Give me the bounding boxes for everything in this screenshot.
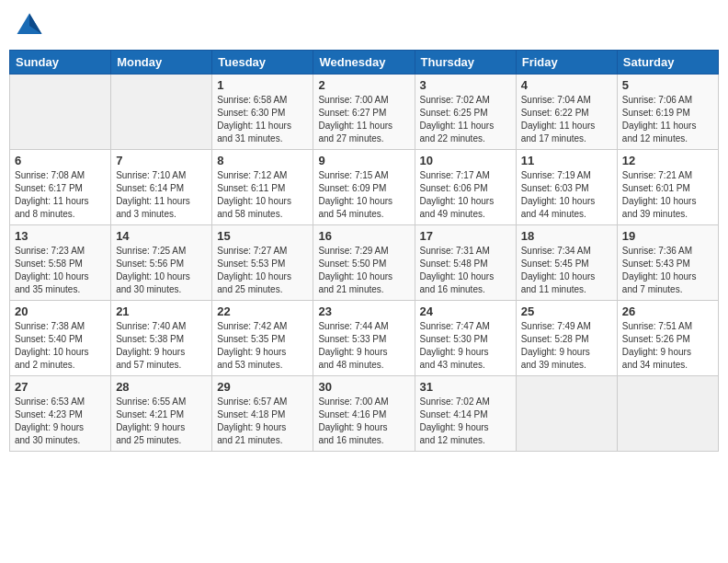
calendar-day-cell: 19Sunrise: 7:36 AM Sunset: 5:43 PM Dayli… [617,225,718,301]
day-info: Sunrise: 7:10 AM Sunset: 6:14 PM Dayligh… [116,169,207,221]
calendar-day-cell: 20Sunrise: 7:38 AM Sunset: 5:40 PM Dayli… [10,301,111,376]
day-info: Sunrise: 7:36 AM Sunset: 5:43 PM Dayligh… [622,245,713,296]
calendar-day-cell: 21Sunrise: 7:40 AM Sunset: 5:38 PM Dayli… [111,301,212,376]
calendar-day-cell: 24Sunrise: 7:47 AM Sunset: 5:30 PM Dayli… [415,301,516,376]
calendar-week-row: 20Sunrise: 7:38 AM Sunset: 5:40 PM Dayli… [10,301,719,376]
day-info: Sunrise: 7:04 AM Sunset: 6:22 PM Dayligh… [521,94,612,145]
calendar-day-cell [10,75,111,150]
calendar-day-cell: 22Sunrise: 7:42 AM Sunset: 5:35 PM Dayli… [212,301,313,376]
day-number: 18 [521,229,612,243]
day-number: 2 [318,78,409,92]
calendar-day-cell: 14Sunrise: 7:25 AM Sunset: 5:56 PM Dayli… [111,225,212,301]
calendar-week-row: 13Sunrise: 7:23 AM Sunset: 5:58 PM Dayli… [10,225,719,301]
day-info: Sunrise: 7:31 AM Sunset: 5:48 PM Dayligh… [420,245,511,296]
day-number: 29 [217,380,308,394]
day-number: 23 [318,304,409,318]
day-number: 5 [622,78,713,92]
calendar-day-cell: 12Sunrise: 7:21 AM Sunset: 6:01 PM Dayli… [617,150,718,225]
day-number: 4 [521,78,612,92]
calendar-day-cell: 15Sunrise: 7:27 AM Sunset: 5:53 PM Dayli… [212,225,313,301]
calendar-day-cell: 18Sunrise: 7:34 AM Sunset: 5:45 PM Dayli… [516,225,617,301]
calendar-day-cell: 28Sunrise: 6:55 AM Sunset: 4:21 PM Dayli… [111,376,212,452]
day-number: 26 [622,304,713,318]
calendar-day-cell: 9Sunrise: 7:15 AM Sunset: 6:09 PM Daylig… [313,150,415,225]
day-info: Sunrise: 7:25 AM Sunset: 5:56 PM Dayligh… [116,245,207,296]
calendar-day-cell: 27Sunrise: 6:53 AM Sunset: 4:23 PM Dayli… [10,376,111,452]
logo-icon [13,9,46,42]
day-of-week-header: Wednesday [313,51,415,75]
calendar-day-cell: 2Sunrise: 7:00 AM Sunset: 6:27 PM Daylig… [313,75,415,150]
day-info: Sunrise: 7:15 AM Sunset: 6:09 PM Dayligh… [318,169,409,221]
calendar-day-cell: 26Sunrise: 7:51 AM Sunset: 5:26 PM Dayli… [617,301,718,376]
day-number: 9 [318,154,409,167]
day-info: Sunrise: 7:19 AM Sunset: 6:03 PM Dayligh… [521,169,612,221]
day-number: 28 [116,380,207,394]
day-info: Sunrise: 7:02 AM Sunset: 6:25 PM Dayligh… [420,94,511,145]
day-of-week-header: Sunday [10,51,111,75]
day-info: Sunrise: 7:02 AM Sunset: 4:14 PM Dayligh… [420,396,511,447]
day-number: 3 [420,78,511,92]
day-number: 13 [15,229,106,243]
day-of-week-header: Monday [111,51,212,75]
day-info: Sunrise: 7:40 AM Sunset: 5:38 PM Dayligh… [116,320,207,372]
calendar-day-cell: 16Sunrise: 7:29 AM Sunset: 5:50 PM Dayli… [313,225,415,301]
day-number: 27 [15,380,106,394]
calendar-week-row: 1Sunrise: 6:58 AM Sunset: 6:30 PM Daylig… [10,75,719,150]
calendar-day-cell: 3Sunrise: 7:02 AM Sunset: 6:25 PM Daylig… [415,75,516,150]
day-info: Sunrise: 7:23 AM Sunset: 5:58 PM Dayligh… [15,245,106,296]
day-number: 21 [116,304,207,318]
day-of-week-header: Tuesday [212,51,313,75]
calendar-day-cell: 4Sunrise: 7:04 AM Sunset: 6:22 PM Daylig… [516,75,617,150]
logo [13,9,50,42]
day-number: 6 [15,154,106,167]
day-number: 22 [217,304,308,318]
calendar-day-cell: 7Sunrise: 7:10 AM Sunset: 6:14 PM Daylig… [111,150,212,225]
calendar-day-cell: 6Sunrise: 7:08 AM Sunset: 6:17 PM Daylig… [10,150,111,225]
day-number: 19 [622,229,713,243]
calendar-day-cell [516,376,617,452]
day-info: Sunrise: 6:57 AM Sunset: 4:18 PM Dayligh… [217,396,308,447]
page-header [9,9,719,42]
day-of-week-header: Friday [516,51,617,75]
day-info: Sunrise: 7:27 AM Sunset: 5:53 PM Dayligh… [217,245,308,296]
day-info: Sunrise: 7:42 AM Sunset: 5:35 PM Dayligh… [217,320,308,372]
calendar-week-row: 27Sunrise: 6:53 AM Sunset: 4:23 PM Dayli… [10,376,719,452]
calendar-day-cell: 1Sunrise: 6:58 AM Sunset: 6:30 PM Daylig… [212,75,313,150]
calendar-day-cell: 5Sunrise: 7:06 AM Sunset: 6:19 PM Daylig… [617,75,718,150]
day-info: Sunrise: 7:34 AM Sunset: 5:45 PM Dayligh… [521,245,612,296]
calendar-table: SundayMondayTuesdayWednesdayThursdayFrid… [9,50,719,452]
day-info: Sunrise: 7:12 AM Sunset: 6:11 PM Dayligh… [217,169,308,221]
day-number: 31 [420,380,511,394]
day-number: 7 [116,154,207,167]
day-number: 15 [217,229,308,243]
day-info: Sunrise: 7:44 AM Sunset: 5:33 PM Dayligh… [318,320,409,372]
day-number: 10 [420,154,511,167]
day-info: Sunrise: 7:49 AM Sunset: 5:28 PM Dayligh… [521,320,612,372]
day-info: Sunrise: 7:29 AM Sunset: 5:50 PM Dayligh… [318,245,409,296]
day-number: 17 [420,229,511,243]
calendar-day-cell: 30Sunrise: 7:00 AM Sunset: 4:16 PM Dayli… [313,376,415,452]
calendar-day-cell: 13Sunrise: 7:23 AM Sunset: 5:58 PM Dayli… [10,225,111,301]
calendar-day-cell: 17Sunrise: 7:31 AM Sunset: 5:48 PM Dayli… [415,225,516,301]
day-info: Sunrise: 6:53 AM Sunset: 4:23 PM Dayligh… [15,396,106,447]
day-number: 25 [521,304,612,318]
day-info: Sunrise: 7:21 AM Sunset: 6:01 PM Dayligh… [622,169,713,221]
day-info: Sunrise: 7:00 AM Sunset: 6:27 PM Dayligh… [318,94,409,145]
calendar-day-cell: 25Sunrise: 7:49 AM Sunset: 5:28 PM Dayli… [516,301,617,376]
day-number: 1 [217,78,308,92]
calendar-day-cell: 29Sunrise: 6:57 AM Sunset: 4:18 PM Dayli… [212,376,313,452]
day-info: Sunrise: 7:06 AM Sunset: 6:19 PM Dayligh… [622,94,713,145]
calendar-header-row: SundayMondayTuesdayWednesdayThursdayFrid… [10,51,719,75]
day-of-week-header: Thursday [415,51,516,75]
calendar-day-cell: 23Sunrise: 7:44 AM Sunset: 5:33 PM Dayli… [313,301,415,376]
day-number: 12 [622,154,713,167]
day-number: 30 [318,380,409,394]
day-info: Sunrise: 7:51 AM Sunset: 5:26 PM Dayligh… [622,320,713,372]
calendar-day-cell [617,376,718,452]
day-info: Sunrise: 7:47 AM Sunset: 5:30 PM Dayligh… [420,320,511,372]
day-info: Sunrise: 6:55 AM Sunset: 4:21 PM Dayligh… [116,396,207,447]
day-info: Sunrise: 7:38 AM Sunset: 5:40 PM Dayligh… [15,320,106,372]
day-info: Sunrise: 7:17 AM Sunset: 6:06 PM Dayligh… [420,169,511,221]
day-info: Sunrise: 6:58 AM Sunset: 6:30 PM Dayligh… [217,94,308,145]
day-number: 14 [116,229,207,243]
